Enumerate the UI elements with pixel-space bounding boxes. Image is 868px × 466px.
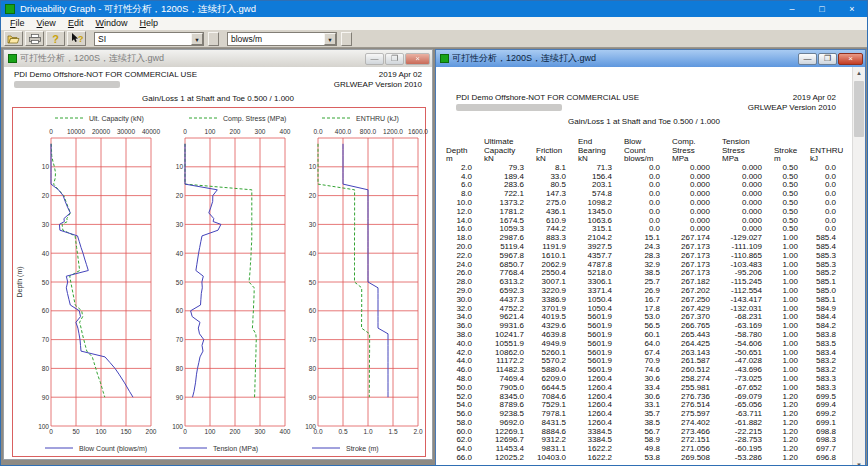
svg-text:1.5: 1.5 bbox=[388, 428, 397, 435]
table-window-titlebar[interactable]: 可打性分析，1200S，连续打入.gwd — ❐ × bbox=[436, 50, 865, 67]
svg-text:?: ? bbox=[78, 34, 84, 44]
graph-window-content: PDI Demo Offshore-NOT FOR COMMERCIAL USE… bbox=[4, 67, 432, 459]
svg-text:300: 300 bbox=[254, 128, 265, 135]
svg-text:0: 0 bbox=[49, 428, 53, 435]
svg-text:10: 10 bbox=[175, 163, 183, 170]
svg-text:80: 80 bbox=[309, 365, 317, 372]
close-button[interactable]: × bbox=[405, 53, 430, 65]
svg-text:100: 100 bbox=[204, 428, 215, 435]
chevron-down-icon: ▼ bbox=[324, 33, 336, 45]
redacted-text bbox=[456, 104, 562, 111]
svg-text:30: 30 bbox=[175, 221, 183, 228]
scroll-up-button[interactable]: ▲ bbox=[853, 67, 865, 80]
svg-text:50: 50 bbox=[309, 279, 317, 286]
column-header: FrictionkN bbox=[536, 138, 578, 164]
license-text: PDI Demo Offshore-NOT FOR COMMERCIAL USE bbox=[456, 93, 639, 103]
column-header: Comp.StressMPa bbox=[672, 138, 722, 164]
svg-text:400: 400 bbox=[279, 428, 290, 435]
svg-text:200: 200 bbox=[229, 128, 240, 135]
scroll-down-button[interactable]: ▼ bbox=[853, 459, 865, 465]
menu-window[interactable]: Window bbox=[89, 17, 133, 30]
svg-text:60: 60 bbox=[175, 307, 183, 314]
svg-text:20000: 20000 bbox=[92, 128, 110, 135]
close-button[interactable]: × bbox=[838, 53, 863, 65]
table-window: 可打性分析，1200S，连续打入.gwd — ❐ × PDI Demo Offs… bbox=[435, 49, 866, 465]
analysis-subtitle: Gain/Loss 1 at Shaft and Toe 0.500 / 1.0… bbox=[4, 94, 432, 103]
minimize-button[interactable]: — bbox=[365, 53, 384, 65]
svg-text:30: 30 bbox=[309, 221, 317, 228]
version-text: GRLWEAP Version 2010 bbox=[748, 103, 836, 113]
blow-unit-value: blows/m bbox=[231, 34, 262, 44]
svg-text:100: 100 bbox=[96, 428, 107, 435]
vertical-scrollbar[interactable]: ▲ ▼ bbox=[852, 67, 865, 465]
svg-text:Depth (m): Depth (m) bbox=[16, 266, 24, 297]
minimize-button[interactable]: — bbox=[798, 53, 817, 65]
scroll-thumb[interactable] bbox=[854, 81, 864, 137]
version-text: GRLWEAP Version 2010 bbox=[334, 80, 422, 90]
menu-view[interactable]: View bbox=[31, 17, 62, 30]
toolbar-spacer-button[interactable] bbox=[341, 32, 352, 46]
svg-text:400.0: 400.0 bbox=[335, 128, 352, 135]
svg-text:50: 50 bbox=[42, 279, 50, 286]
svg-text:10000: 10000 bbox=[67, 128, 85, 135]
unit-system-combobox[interactable]: SI ▼ bbox=[94, 32, 204, 46]
svg-text:100: 100 bbox=[305, 423, 316, 430]
svg-text:150: 150 bbox=[121, 428, 132, 435]
printer-icon bbox=[29, 34, 41, 44]
toolbar-spacer-button[interactable] bbox=[208, 32, 219, 46]
svg-text:1.0: 1.0 bbox=[363, 428, 372, 435]
chart-capacity-blowcount: 0010000502000010030000150400002001020304… bbox=[15, 110, 156, 455]
open-button[interactable] bbox=[4, 31, 23, 46]
graph-window: 可打性分析，1200S，连续打入.gwd — ❐ × PDI Demo Offs… bbox=[3, 49, 433, 460]
license-text: PDI Demo Offshore-NOT FOR COMMERCIAL USE bbox=[14, 70, 197, 80]
svg-text:Blow Count (blows/m): Blow Count (blows/m) bbox=[79, 445, 147, 453]
window-title: Driveability Graph - 可打性分析，1200S，连续打入.gw… bbox=[20, 3, 777, 16]
window-icon bbox=[440, 54, 449, 63]
svg-text:50: 50 bbox=[175, 279, 183, 286]
print-button[interactable] bbox=[25, 31, 44, 46]
svg-text:40: 40 bbox=[42, 250, 50, 257]
svg-text:Tension (MPa): Tension (MPa) bbox=[213, 445, 258, 453]
svg-text:80: 80 bbox=[175, 365, 183, 372]
column-header: EndBearingkN bbox=[578, 138, 624, 164]
svg-text:Comp. Stress (MPa): Comp. Stress (MPa) bbox=[223, 115, 286, 123]
charts-panel: 0010000502000010030000150400002001020304… bbox=[12, 107, 426, 457]
menu-edit[interactable]: Edit bbox=[62, 17, 90, 30]
menu-help[interactable]: Help bbox=[133, 17, 164, 30]
svg-text:50: 50 bbox=[73, 428, 81, 435]
graph-window-titlebar[interactable]: 可打性分析，1200S，连续打入.gwd — ❐ × bbox=[4, 50, 432, 67]
redacted-text bbox=[14, 81, 120, 88]
close-button[interactable]: × bbox=[837, 1, 867, 17]
svg-text:1600.0: 1600.0 bbox=[408, 128, 428, 135]
maximize-button[interactable]: ❐ bbox=[385, 53, 404, 65]
column-header: ENTHRUkJ bbox=[810, 138, 848, 164]
svg-text:10: 10 bbox=[309, 163, 317, 170]
svg-text:80: 80 bbox=[42, 365, 50, 372]
minimize-button[interactable]: – bbox=[777, 1, 807, 17]
svg-text:0: 0 bbox=[183, 128, 187, 135]
svg-text:0: 0 bbox=[183, 428, 187, 435]
svg-text:800.0: 800.0 bbox=[360, 128, 377, 135]
help-button[interactable]: ? bbox=[46, 31, 65, 46]
results-table: DepthmUltimateCapacitykNFrictionkNEndBea… bbox=[446, 138, 848, 463]
maximize-button[interactable]: ❐ bbox=[818, 53, 837, 65]
context-help-button[interactable]: ? bbox=[67, 31, 86, 46]
svg-text:100: 100 bbox=[204, 128, 215, 135]
toolbar: ? ? SI ▼ blows/m ▼ bbox=[1, 30, 867, 48]
blow-unit-combobox[interactable]: blows/m ▼ bbox=[227, 32, 337, 46]
column-header: UltimateCapacitykN bbox=[484, 138, 536, 164]
column-header: BlowCountblows/m bbox=[624, 138, 672, 164]
svg-text:400: 400 bbox=[279, 128, 290, 135]
svg-text:2.0: 2.0 bbox=[413, 428, 422, 435]
title-bar: Driveability Graph - 可打性分析，1200S，连续打入.gw… bbox=[1, 1, 867, 17]
svg-text:60: 60 bbox=[42, 307, 50, 314]
svg-text:20: 20 bbox=[175, 192, 183, 199]
svg-text:70: 70 bbox=[175, 336, 183, 343]
svg-text:0.5: 0.5 bbox=[338, 428, 347, 435]
menu-file[interactable]: File bbox=[4, 17, 31, 30]
analysis-subtitle: Gain/Loss 1 at Shaft and Toe 0.500 / 1.0… bbox=[436, 117, 852, 126]
app-icon bbox=[5, 4, 15, 14]
column-header: Depthm bbox=[446, 138, 484, 164]
maximize-button[interactable]: □ bbox=[807, 1, 837, 17]
column-header: TensionStressMPa bbox=[722, 138, 774, 164]
